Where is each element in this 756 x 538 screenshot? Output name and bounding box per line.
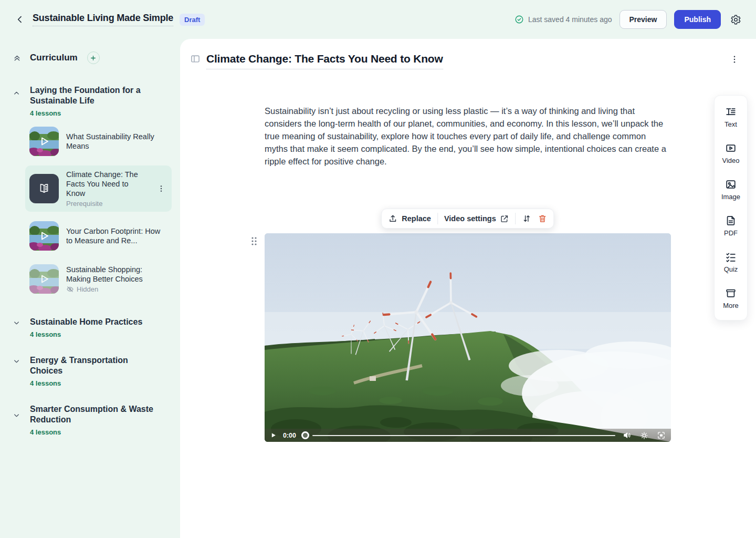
section-lesson-count: 4 lessons	[30, 109, 156, 117]
chevron-down-icon	[13, 357, 21, 387]
section-header[interactable]: Energy & Transportation Choices 4 lesson…	[13, 355, 172, 387]
open-book-icon	[37, 182, 51, 195]
section-header[interactable]: Smarter Consumption & Waste Reduction 4 …	[13, 404, 172, 436]
section-title: Energy & Transportation Choices	[30, 355, 156, 376]
add-video-block-button[interactable]: Video	[722, 142, 739, 164]
video-frame-wind-turbines	[265, 233, 671, 442]
settings-button[interactable]	[728, 12, 743, 27]
lesson-meta-hidden: Hidden	[66, 285, 167, 293]
status-badge: Draft	[180, 14, 205, 26]
block-palette: Text Video Image PDF Quiz More	[714, 95, 748, 320]
curriculum-section: Energy & Transportation Choices 4 lesson…	[13, 355, 172, 387]
fullscreen-icon	[657, 431, 666, 440]
section-header[interactable]: Laying the Foundation for a Sustainable …	[13, 85, 172, 117]
curriculum-section: Laying the Foundation for a Sustainable …	[13, 85, 172, 298]
double-chevron-up-icon	[13, 54, 22, 63]
move-block-button[interactable]	[522, 214, 532, 223]
video-timestamp: 0:00	[283, 432, 296, 439]
chevron-down-icon	[13, 319, 21, 338]
curriculum-title: Curriculum	[30, 53, 78, 63]
section-title: Sustainable Home Practices	[30, 317, 142, 327]
fullscreen-button[interactable]	[657, 431, 666, 440]
scrubber-handle[interactable]	[301, 431, 309, 439]
kebab-icon	[157, 184, 165, 193]
add-text-block-button[interactable]: Text	[724, 106, 737, 128]
chevron-up-icon	[13, 89, 21, 117]
lesson-video-thumbnail	[29, 127, 59, 156]
lesson-meta-prerequisite: Prerequisite	[66, 200, 148, 208]
trash-icon	[538, 214, 548, 223]
lesson-item-carbon-footprint[interactable]: Your Carbon Footprint: How to Measure an…	[25, 217, 172, 255]
lesson-page-title[interactable]: Climate Change: The Facts You Need to Kn…	[206, 53, 443, 69]
lesson-menu-button[interactable]	[155, 182, 167, 195]
upload-icon	[388, 214, 397, 223]
section-lesson-count: 4 lessons	[30, 379, 156, 387]
lesson-title: Your Carbon Footprint: How to Measure an…	[66, 226, 167, 245]
section-title: Smarter Consumption & Waste Reduction	[30, 404, 156, 425]
panel-layout-icon	[190, 54, 201, 64]
chevron-left-icon	[15, 14, 25, 25]
collapse-all-button[interactable]	[13, 54, 22, 63]
eye-off-icon	[66, 285, 74, 293]
topbar-actions: Last saved 4 minutes ago Preview Publish	[514, 10, 743, 29]
reading-lesson-tile	[29, 174, 59, 203]
volume-button[interactable]	[623, 431, 632, 440]
text-block-icon	[725, 106, 737, 118]
lesson-item-what-sustainability[interactable]: What Sustainability Really Means	[25, 122, 172, 160]
lesson-content: Sustainability isn’t just about recyclin…	[265, 105, 671, 168]
preview-button[interactable]: Preview	[620, 10, 667, 29]
last-saved-text: Last saved 4 minutes ago	[528, 15, 612, 24]
video-controls-bar: 0:00	[265, 429, 671, 442]
progress-bar[interactable]	[312, 435, 615, 436]
more-blocks-button[interactable]: More	[723, 287, 739, 309]
section-header[interactable]: Sustainable Home Practices 4 lessons	[13, 317, 172, 338]
lesson-item-climate-change[interactable]: Climate Change: The Facts You Need to Kn…	[25, 165, 172, 212]
lesson-paragraph[interactable]: Sustainability isn’t just about recyclin…	[265, 105, 671, 168]
toggle-sidebar-button[interactable]	[190, 54, 201, 64]
play-icon	[29, 264, 59, 294]
lesson-list: What Sustainability Really Means Climate…	[25, 122, 172, 298]
add-section-button[interactable]	[87, 51, 100, 64]
add-pdf-block-button[interactable]: PDF	[724, 215, 738, 237]
lesson-item-sustainable-shopping[interactable]: Sustainable Shopping: Making Better Choi…	[25, 260, 172, 298]
pdf-block-icon	[725, 215, 737, 226]
back-button[interactable]	[13, 12, 27, 27]
lesson-title: What Sustainability Really Means	[66, 132, 167, 151]
toolbar-divider	[516, 213, 516, 224]
block-drag-handle[interactable]	[250, 236, 258, 246]
video-block-icon	[725, 142, 737, 154]
curriculum-section: Smarter Consumption & Waste Reduction 4 …	[13, 404, 172, 436]
archive-box-icon	[725, 287, 737, 299]
lesson-title: Climate Change: The Facts You Need to Kn…	[66, 170, 148, 198]
video-settings-button[interactable]: Video settings	[444, 214, 509, 223]
add-image-block-button[interactable]: Image	[721, 179, 740, 201]
video-block-toolbar: Replace Video settings	[381, 209, 554, 229]
replace-video-button[interactable]: Replace	[388, 214, 431, 223]
player-settings-button[interactable]	[640, 431, 648, 440]
kebab-icon	[730, 55, 739, 64]
lesson-header: Climate Change: The Facts You Need to Kn…	[180, 39, 756, 69]
curriculum-sidebar: Curriculum Laying the Foundation for a S…	[0, 39, 180, 538]
video-player[interactable]: 0:00	[265, 233, 671, 442]
play-icon	[29, 127, 59, 156]
publish-button[interactable]: Publish	[674, 10, 721, 29]
curriculum-header: Curriculum	[13, 51, 172, 64]
section-lesson-count: 4 lessons	[30, 330, 142, 338]
play-button[interactable]	[270, 432, 277, 439]
section-title: Laying the Foundation for a Sustainable …	[30, 85, 156, 106]
delete-block-button[interactable]	[538, 214, 548, 223]
plus-icon	[90, 55, 97, 61]
lesson-editor-panel: Climate Change: The Facts You Need to Kn…	[180, 39, 756, 538]
toolbar-divider	[437, 213, 438, 224]
drag-dots-icon	[250, 236, 258, 246]
add-quiz-block-button[interactable]: Quiz	[724, 251, 738, 273]
curriculum-section: Sustainable Home Practices 4 lessons	[13, 317, 172, 338]
last-saved-status: Last saved 4 minutes ago	[514, 15, 612, 24]
course-title[interactable]: Sustainable Living Made Simple	[33, 13, 173, 26]
chevron-down-icon	[13, 411, 21, 436]
volume-icon	[623, 431, 632, 440]
lesson-video-thumbnail	[29, 221, 59, 251]
external-link-icon	[500, 214, 509, 223]
play-icon	[29, 221, 59, 251]
lesson-options-button[interactable]	[728, 53, 741, 66]
